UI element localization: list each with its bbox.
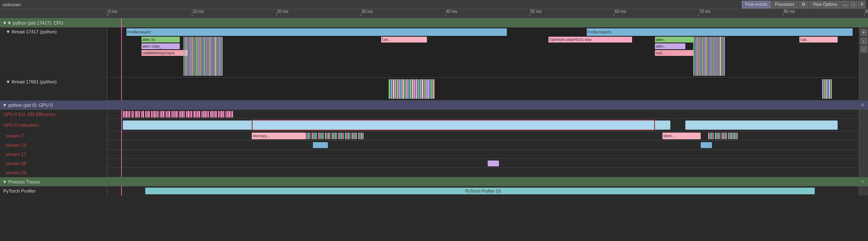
cpu-group-canvas (107, 18, 868, 28)
maximize-button[interactable]: □ (850, 1, 857, 8)
stream17-row: stream 17 (0, 150, 868, 159)
gpu-util-selection[interactable] (252, 120, 655, 131)
gpu-utilization-canvas[interactable] (107, 119, 868, 131)
s28-right-ctrl (859, 159, 868, 168)
timeline-ruler: 0 ms 10 ms 20 ms 30 ms 40 ms 50 ms (107, 9, 868, 18)
sm-efficiency-bars (123, 111, 859, 118)
s17-right-ctrl (859, 150, 868, 159)
stream7-dense-right (708, 133, 838, 139)
pytorch-profiler-center-label: PyTorch Profiler (0) (107, 188, 859, 194)
ruler-tick-10ms: 10 ms (192, 9, 204, 16)
fit-icon[interactable]: ↔ (861, 46, 867, 53)
cursor-line-s17 (121, 150, 122, 159)
profiler-step3-bar[interactable]: ProfilerStep#3 (587, 28, 853, 36)
cursor-line-t17661 (121, 78, 122, 100)
zoom-plus-icon[interactable]: + (861, 29, 867, 36)
process-traces-close-icon[interactable]: ✕ (861, 179, 865, 185)
stream28-row: stream 28 (0, 159, 868, 168)
ruler-label-spacer (0, 9, 107, 18)
gpu-utilization-label: GPU 0 Utilization: (0, 119, 107, 131)
thread-17661-label: ▼ thread 17661 (python) (0, 78, 107, 100)
aten-copy-bar[interactable]: aten::copy_ (141, 43, 179, 49)
stream29-row: stream 29 (0, 168, 868, 177)
window-title: unknown (2, 2, 21, 7)
process-traces-controls: ✕ (107, 179, 868, 185)
view-options-button[interactable]: View Options (809, 1, 841, 8)
right-controls-t17661 (859, 78, 868, 100)
s16-right-ctrl (859, 141, 868, 150)
thread-17661-canvas[interactable] (107, 78, 868, 100)
ruler-tick-80ms: 80 ms (783, 9, 795, 16)
zoom-down-icon[interactable]: ↓ (861, 38, 867, 44)
process-traces-text: ▼ Process Traces (2, 179, 40, 184)
thread-17417-row: ▼ thread 17417 (python) ProfilerStep#2 O… (0, 28, 868, 78)
minimize-button[interactable]: — (841, 1, 849, 8)
thread-17417-canvas[interactable]: ProfilerStep#2 Opt... aten::to aten::cop… (107, 28, 868, 78)
processes-button[interactable]: Processes (771, 1, 798, 8)
stream7-row: stream 7 Memcpy... (0, 131, 868, 141)
thread17661-dense-2 (822, 79, 860, 99)
s16-bar-2 (701, 142, 712, 148)
util-right-ctrl (859, 119, 868, 131)
gpu-sm-efficiency-row: GPU 0 Est. SM Efficiency: (0, 110, 868, 119)
cursor-line-s29 (121, 168, 122, 177)
stream7-canvas[interactable]: Memcpy... (107, 131, 868, 141)
ruler-tick-40ms: 40 ms (445, 9, 457, 16)
stream16-label: stream 16 (0, 141, 107, 150)
gpu-group-controls: ✕ (107, 102, 868, 108)
m-button[interactable]: M (799, 1, 808, 8)
gpu-group-close-icon[interactable]: ✕ (861, 102, 865, 108)
cpu-group-triangle: ▼ (2, 20, 7, 25)
cursor-line-s7 (121, 131, 122, 141)
thread-17417-label: ▼ thread 17417 (python) (0, 28, 107, 78)
cuda-memcpy-bar[interactable]: cudaMemcpyAsync (141, 50, 187, 56)
ruler-tick-90ms: 90 ms (864, 9, 868, 16)
pytorch-profiler-label: PyTorch Profiler (0, 186, 107, 196)
s29-right-ctrl (859, 168, 868, 177)
gpu-utilization-row: GPU 0 Utilization: (0, 119, 868, 131)
gpu-group-text: ▼ python (pid 0): GPU 0 (2, 103, 52, 108)
thread-17661-row: ▼ thread 17661 (python) (0, 78, 868, 100)
cursor-line-s16 (121, 141, 122, 150)
flow-events-button[interactable]: Flow events (742, 1, 771, 8)
pytorch-profiler-canvas[interactable]: PyTorch Profiler (0) (107, 186, 868, 196)
gpu-sm-efficiency-canvas[interactable] (107, 110, 868, 119)
aten-to-bar-2[interactable]: aten:. (655, 37, 693, 43)
toolbar-buttons: Flow events Processes M View Options — □… (742, 1, 866, 8)
cpu-group-text: ▼ python (pid 17417): CPU (7, 20, 63, 25)
stream16-row: stream 16 (0, 141, 868, 150)
close-button[interactable]: ✕ (858, 1, 866, 8)
stream28-canvas[interactable] (107, 159, 868, 168)
stream29-canvas[interactable] (107, 168, 868, 177)
optimizer-step-bar[interactable]: Optimizer.step#SGD.step (548, 37, 632, 43)
s28-bar-1 (488, 161, 499, 166)
gpu-util-right-bar (685, 120, 838, 130)
opt-bar-1[interactable]: Opt... (381, 37, 427, 43)
ruler-tick-30ms: 30 ms (361, 9, 373, 16)
main-container: 0 ms 10 ms 20 ms 30 ms 40 ms 50 ms (0, 9, 868, 241)
cursor-line-cpu (121, 18, 122, 28)
cpu-group-label: ▼ ▼ python (pid 17417): CPU (0, 20, 107, 25)
cursor-line-pytorch (121, 186, 122, 196)
ruler-tick-70ms: 70 ms (698, 9, 710, 16)
timeline-ruler-row: 0 ms 10 ms 20 ms 30 ms 40 ms 50 ms (0, 9, 868, 18)
mem-bar-s7[interactable]: Mem... (662, 133, 700, 139)
ruler-tick-0ms: 0 ms (107, 9, 117, 16)
cpu-group-header[interactable]: ▼ ▼ python (pid 17417): CPU (0, 18, 868, 28)
stream7-dense (305, 133, 647, 139)
dense-bars-middle (184, 37, 366, 76)
ruler-tick-20ms: 20 ms (276, 9, 288, 16)
stream17-canvas[interactable] (107, 150, 868, 159)
stream16-canvas[interactable] (107, 141, 868, 150)
gpu-group-header[interactable]: ▼ python (pid 0): GPU 0 ✕ (0, 100, 868, 110)
aten-to-bar[interactable]: aten::to (141, 37, 179, 43)
gpu-group-label: ▼ python (pid 0): GPU 0 (0, 103, 107, 108)
s16-bar-1 (313, 142, 328, 148)
cud-bar-2[interactable]: cud... (655, 50, 693, 56)
ruler-tick-60ms: 60 ms (614, 9, 626, 16)
process-traces-header[interactable]: ▼ Process Traces ✕ (0, 177, 868, 186)
memcpy-bar-s7[interactable]: Memcpy... (252, 133, 305, 139)
profiler-step2-bar[interactable]: ProfilerStep#2 (126, 28, 507, 36)
aten-bar-2[interactable]: aten.. (655, 43, 685, 49)
sm-eff-right-ctrl (859, 110, 868, 119)
